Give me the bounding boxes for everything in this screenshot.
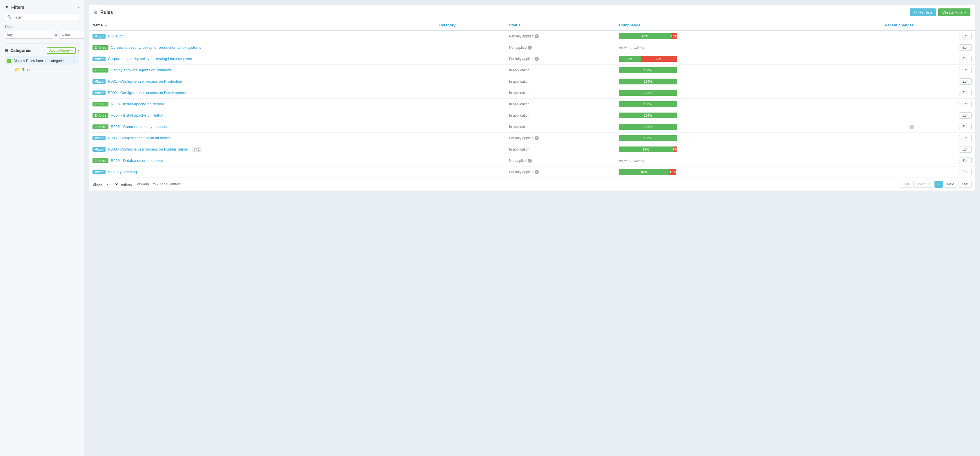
status-text: In application	[509, 147, 612, 151]
recent-changes-cell-10	[810, 132, 917, 144]
col-actions	[917, 20, 975, 30]
rule-name-link[interactable]: R001 - Configure user access on Producti…	[108, 79, 182, 83]
entries-per-page-select[interactable]: 25 50 100	[104, 181, 119, 187]
edit-button[interactable]: Edit	[959, 33, 972, 40]
rule-name-link[interactable]: R009 - Databases on db server	[111, 158, 163, 163]
compliance-segment: 100%	[619, 135, 677, 141]
filter-search-input[interactable]	[14, 15, 76, 19]
name-cell-6: Mixed R002 - Configure user access on De…	[89, 87, 436, 99]
compliance-bar: 100%	[619, 90, 677, 96]
display-rules-checkbox[interactable]: ✓	[7, 59, 11, 63]
categories-title-group: ☰ Categories	[5, 48, 31, 53]
table-row: Mixed CIS audit Partially applied ?90%10…	[89, 30, 975, 42]
name-cell-inner: Mixed R008 - Configure user access on Ru…	[92, 147, 432, 152]
divider	[5, 43, 79, 44]
rule-name-link[interactable]: Security patching	[108, 170, 137, 174]
help-icon[interactable]: ?	[528, 159, 532, 163]
help-icon[interactable]: ?	[535, 57, 539, 61]
recent-changes-cell-1	[810, 30, 917, 42]
edit-button[interactable]: Edit	[959, 78, 972, 85]
rule-name-link[interactable]: R004 - Install apache on redhat	[111, 113, 163, 118]
status-cell-4: In application	[505, 65, 615, 76]
tag-key-input[interactable]	[5, 31, 53, 38]
status-text: In application	[509, 80, 612, 83]
last-page-button[interactable]: Last	[959, 181, 972, 188]
table-row: Mixed Security patching Partially applie…	[89, 166, 975, 178]
help-icon[interactable]: ?	[535, 170, 539, 174]
help-icon[interactable]: ?	[528, 46, 532, 49]
help-icon[interactable]: ?	[535, 34, 539, 38]
edit-button[interactable]: Edit	[959, 158, 972, 164]
create-rule-button[interactable]: Create Rule +	[938, 8, 970, 16]
name-cell-inner: Mixed CIS audit	[92, 34, 432, 38]
status-text: Not applied ?	[509, 46, 612, 49]
col-name[interactable]: Name ▲	[89, 20, 436, 30]
entries-label: entries	[121, 182, 132, 187]
edit-cell-8: Edit	[917, 110, 975, 121]
current-page-button[interactable]: 1	[934, 181, 943, 188]
recent-changes-cell-9	[810, 121, 917, 132]
rule-name-link[interactable]: CIS audit	[108, 34, 123, 38]
rule-badge: Enforce	[92, 113, 108, 118]
edit-cell-11: Edit	[917, 144, 975, 155]
edit-button[interactable]: Edit	[959, 112, 972, 119]
col-compliance[interactable]: Compliance	[616, 20, 810, 30]
rule-badge: Enforce	[92, 102, 108, 107]
refresh-button[interactable]: ↻ Refresh	[910, 8, 936, 16]
edit-cell-12: Edit	[917, 155, 975, 166]
compliance-cell-11: 93%7%	[616, 144, 810, 155]
col-category[interactable]: Category	[436, 20, 506, 30]
edit-button[interactable]: Edit	[959, 101, 972, 107]
status-cell-3: Partially applied ?	[505, 53, 615, 65]
status-cell-12: Not applied ?	[505, 155, 615, 166]
change-box-icon	[910, 125, 913, 129]
compliance-cell-6: 100%	[616, 87, 810, 99]
col-status[interactable]: Status	[505, 20, 615, 30]
help-icon[interactable]: ?	[535, 136, 539, 140]
status-text: Partially applied ?	[509, 170, 612, 174]
previous-page-button[interactable]: Previous	[913, 181, 933, 188]
status-text: Partially applied ?	[509, 57, 612, 61]
name-cell-inner: Enforce R003 - Install apache on debian	[92, 102, 432, 107]
first-page-button[interactable]: First	[899, 181, 912, 188]
edit-button[interactable]: Edit	[959, 56, 972, 62]
rule-name-link[interactable]: Deploy software agents on Windows	[111, 68, 172, 72]
compliance-bar: 100%	[619, 79, 677, 85]
recent-changes-cell-8	[810, 110, 917, 121]
edit-cell-4: Edit	[917, 65, 975, 76]
edit-button[interactable]: Edit	[959, 89, 972, 96]
rule-name-link[interactable]: R002 - Configure user access on Developm…	[108, 91, 186, 95]
categories-chevron-icon[interactable]: ▾	[77, 48, 79, 53]
rule-badge: Mixed	[92, 79, 105, 84]
rule-name-link[interactable]: Corporate security policy for production…	[111, 45, 201, 49]
recent-changes-cell-3	[810, 53, 917, 65]
next-page-button[interactable]: Next	[944, 181, 958, 188]
table-row: Mixed R006 - Setup monitoring on all nod…	[89, 132, 975, 144]
edit-button[interactable]: Edit	[959, 135, 972, 141]
rule-name-link[interactable]: R008 - Configure user access on Rudder S…	[108, 147, 188, 151]
name-cell-1: Mixed CIS audit	[89, 30, 436, 42]
sidebar-chevron-icon[interactable]: ▾	[77, 5, 79, 9]
rule-name-link[interactable]: R003 - Install apache on debian	[111, 102, 164, 106]
edit-button[interactable]: Edit	[959, 169, 972, 175]
edit-cell-5: Edit	[917, 76, 975, 87]
edit-button[interactable]: Edit	[959, 146, 972, 153]
edit-button[interactable]: Edit	[959, 124, 972, 130]
tags-equals: =	[55, 33, 57, 37]
name-cell-13: Mixed Security patching	[89, 166, 436, 178]
recent-changes-cell-5	[810, 76, 917, 87]
edit-button[interactable]: Edit	[959, 67, 972, 73]
rule-name-link[interactable]: R005 - Common security patches	[111, 124, 167, 129]
rule-name-link[interactable]: R006 - Setup monitoring on all nodes	[108, 136, 170, 140]
col-recent-changes[interactable]: Recent changes	[810, 20, 917, 30]
name-cell-inner: Enforce R009 - Databases on db server	[92, 158, 432, 163]
compliance-segment: 62%	[641, 56, 677, 62]
name-cell-12: Enforce R009 - Databases on db server	[89, 155, 436, 166]
rule-badge: Enforce	[92, 158, 108, 163]
add-category-button[interactable]: Add category +	[47, 47, 76, 54]
edit-button[interactable]: Edit	[959, 45, 972, 51]
rule-name-link[interactable]: Corporate security policy for testing Li…	[108, 57, 192, 61]
recent-changes-cell-7	[810, 99, 917, 110]
category-cell-6	[436, 87, 506, 99]
table-row: Enforce R005 - Common security patches I…	[89, 121, 975, 132]
